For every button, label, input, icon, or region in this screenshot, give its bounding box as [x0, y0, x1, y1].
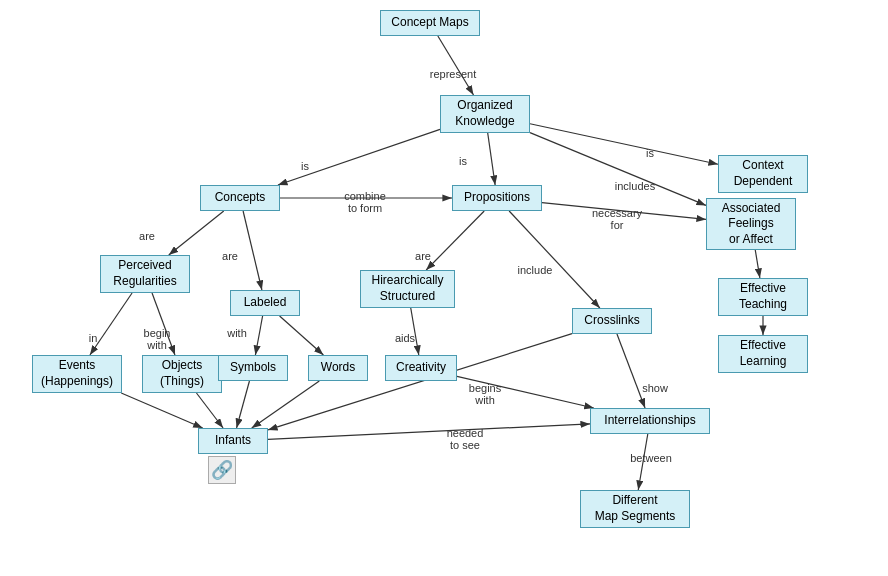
node-hierarchically-structured: HirearchicallyStructured	[360, 270, 455, 308]
edge-label-organized-knowledge-context-dependent: is	[620, 147, 680, 159]
edge-label-organized-knowledge-propositions: is	[433, 155, 493, 167]
edge-label-organized-knowledge-concepts: is	[275, 160, 335, 172]
svg-line-19	[755, 250, 760, 278]
node-associated-feelings: AssociatedFeelingsor Affect	[706, 198, 796, 250]
node-creativity: Creativity	[385, 355, 457, 381]
node-perceived-regularities: PerceivedRegularities	[100, 255, 190, 293]
edge-label-propositions-associated-feelings: necessaryfor	[587, 207, 647, 231]
edge-label-concepts-perceived-regularities: are	[117, 230, 177, 242]
node-effective-learning: EffectiveLearning	[718, 335, 808, 373]
edge-label-infants-interrelationships: neededto see	[435, 427, 495, 451]
node-effective-teaching: EffectiveTeaching	[718, 278, 808, 316]
infants-icon: 🔗	[208, 456, 236, 484]
edge-label-propositions-hierarchically-structured: are	[393, 250, 453, 262]
node-crosslinks: Crosslinks	[572, 308, 652, 334]
node-symbols: Symbols	[218, 355, 288, 381]
edge-label-concept-maps-organized-knowledge: represent	[423, 68, 483, 80]
edge-label-crosslinks-interrelationships: show	[625, 382, 685, 394]
node-events: Events(Happenings)	[32, 355, 122, 393]
svg-line-12	[90, 293, 132, 355]
edge-label-propositions-crosslinks: include	[505, 264, 565, 276]
svg-line-1	[438, 36, 474, 95]
edge-label-concepts-propositions: combineto form	[335, 190, 395, 214]
node-objects: Objects(Things)	[142, 355, 222, 393]
node-context-dependent: ContextDependent	[718, 155, 808, 193]
edge-label-organized-knowledge-associated-feelings: includes	[605, 180, 665, 192]
node-interrelationships: Interrelationships	[590, 408, 710, 434]
edge-label-crosslinks-infants: beginswith	[455, 382, 515, 406]
svg-line-15	[280, 316, 324, 355]
node-organized-knowledge: OrganizedKnowledge	[440, 95, 530, 133]
svg-line-25	[237, 381, 250, 428]
svg-line-23	[121, 393, 202, 428]
node-concept-maps: Concept Maps	[380, 10, 480, 36]
svg-line-18	[268, 334, 572, 430]
svg-line-3	[278, 129, 440, 185]
node-concepts: Concepts	[200, 185, 280, 211]
concept-map-canvas: Concept MapsOrganizedKnowledgeContextDep…	[0, 0, 888, 576]
edge-label-interrelationships-different-map-segments: between	[621, 452, 681, 464]
node-infants: Infants	[198, 428, 268, 454]
svg-line-10	[169, 211, 224, 255]
edge-label-hierarchically-structured-creativity: aids	[375, 332, 435, 344]
svg-line-26	[252, 381, 320, 428]
svg-line-22	[268, 424, 590, 439]
node-different-map-segments: DifferentMap Segments	[580, 490, 690, 528]
node-words: Words	[308, 355, 368, 381]
edge-label-perceived-regularities-objects: beginwith	[127, 327, 187, 351]
svg-line-17	[617, 334, 645, 408]
node-propositions: Propositions	[452, 185, 542, 211]
edge-label-labeled-symbols: with	[207, 327, 267, 339]
svg-line-24	[196, 393, 223, 428]
svg-line-5	[530, 133, 706, 206]
edge-label-perceived-regularities-events: in	[63, 332, 123, 344]
node-labeled: Labeled	[230, 290, 300, 316]
edge-label-concepts-labeled: are	[200, 250, 260, 262]
